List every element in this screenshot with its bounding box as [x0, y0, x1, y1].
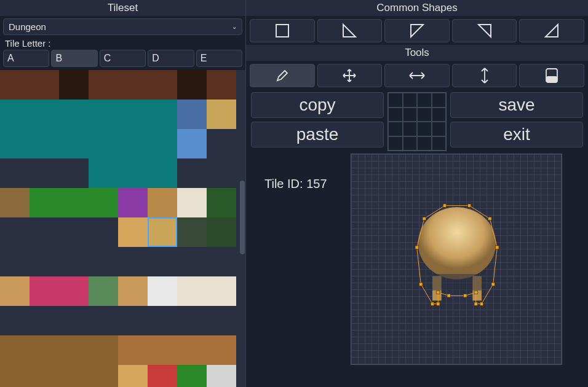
- palette-tile[interactable]: [59, 158, 89, 188]
- save-button[interactable]: save: [450, 92, 583, 118]
- palette-tile[interactable]: [89, 100, 118, 129]
- palette-tile[interactable]: [89, 276, 118, 306]
- palette-tile[interactable]: [0, 247, 30, 276]
- copy-button[interactable]: copy: [251, 92, 384, 118]
- tool-flip-h[interactable]: [384, 64, 450, 87]
- mini-grid-preview[interactable]: [387, 92, 447, 151]
- palette-tile[interactable]: [148, 365, 177, 387]
- polygon-handle[interactable]: [467, 204, 471, 207]
- palette-tile[interactable]: [59, 129, 89, 158]
- palette-tile[interactable]: [0, 306, 30, 335]
- palette-tile[interactable]: [0, 129, 30, 158]
- polygon-handle[interactable]: [496, 246, 499, 249]
- palette-tile[interactable]: [177, 335, 207, 365]
- palette-tile[interactable]: [59, 365, 89, 387]
- letter-btn-d[interactable]: D: [148, 50, 194, 67]
- polygon-handle[interactable]: [464, 294, 467, 297]
- palette-tile[interactable]: [30, 306, 59, 335]
- palette-tile[interactable]: [30, 276, 59, 306]
- palette-tile[interactable]: [207, 70, 236, 100]
- palette-tile[interactable]: [177, 217, 207, 247]
- palette-scrollbar[interactable]: [239, 70, 245, 387]
- palette-tile[interactable]: [59, 247, 89, 276]
- palette-tile[interactable]: [118, 335, 148, 365]
- palette-tile[interactable]: [207, 158, 236, 188]
- polygon-handle[interactable]: [415, 246, 418, 249]
- palette-tile[interactable]: [148, 247, 177, 276]
- palette-tile[interactable]: [148, 188, 177, 217]
- palette-tile[interactable]: [118, 100, 148, 129]
- letter-btn-b[interactable]: B: [51, 50, 97, 67]
- polygon-handle[interactable]: [474, 291, 477, 294]
- tile-palette[interactable]: [0, 70, 245, 387]
- palette-tile[interactable]: [207, 100, 236, 129]
- palette-tile[interactable]: [59, 276, 89, 306]
- palette-tile[interactable]: [59, 70, 89, 100]
- palette-tile[interactable]: [177, 247, 207, 276]
- palette-tile[interactable]: [89, 217, 118, 247]
- palette-tile[interactable]: [148, 158, 177, 188]
- palette-tile[interactable]: [0, 217, 30, 247]
- shape-triangle-tl[interactable]: [384, 19, 450, 42]
- palette-tile[interactable]: [148, 100, 177, 129]
- paste-button[interactable]: paste: [251, 122, 384, 147]
- palette-tile[interactable]: [30, 100, 59, 129]
- palette-tile[interactable]: [207, 306, 236, 335]
- palette-tile[interactable]: [177, 276, 207, 306]
- palette-tile[interactable]: [59, 306, 89, 335]
- palette-tile[interactable]: [89, 129, 118, 158]
- letter-btn-c[interactable]: C: [100, 50, 146, 67]
- palette-tile[interactable]: [207, 188, 236, 217]
- palette-tile[interactable]: [89, 158, 118, 188]
- palette-tile[interactable]: [118, 158, 148, 188]
- letter-btn-e[interactable]: E: [196, 50, 242, 67]
- palette-tile[interactable]: [30, 129, 59, 158]
- palette-tile[interactable]: [0, 100, 30, 129]
- palette-tile[interactable]: [148, 276, 177, 306]
- polygon-handle[interactable]: [437, 302, 440, 305]
- polygon-handle[interactable]: [437, 291, 440, 294]
- palette-tile[interactable]: [118, 70, 148, 100]
- palette-tile[interactable]: [207, 129, 236, 158]
- palette-tile[interactable]: [89, 70, 118, 100]
- shape-triangle-br[interactable]: [519, 19, 584, 42]
- palette-tile[interactable]: [148, 129, 177, 158]
- palette-tile[interactable]: [30, 188, 59, 217]
- palette-tile[interactable]: [89, 247, 118, 276]
- collision-canvas[interactable]: [351, 154, 562, 365]
- polygon-handle[interactable]: [443, 204, 446, 207]
- tool-flip-v[interactable]: [452, 64, 517, 87]
- polygon-handle[interactable]: [447, 294, 450, 297]
- palette-tile[interactable]: [148, 306, 177, 335]
- polygon-handle[interactable]: [488, 217, 491, 220]
- scrollbar-thumb[interactable]: [240, 181, 245, 254]
- palette-tile[interactable]: [118, 188, 148, 217]
- palette-tile[interactable]: [89, 306, 118, 335]
- tool-half[interactable]: [519, 64, 584, 87]
- palette-tile[interactable]: [207, 335, 236, 365]
- polygon-handle[interactable]: [474, 302, 477, 305]
- palette-tile[interactable]: [177, 100, 207, 129]
- palette-tile[interactable]: [118, 247, 148, 276]
- palette-tile[interactable]: [118, 129, 148, 158]
- palette-tile[interactable]: [177, 365, 207, 387]
- tool-move[interactable]: [317, 64, 383, 87]
- shape-square[interactable]: [250, 19, 315, 42]
- palette-tile[interactable]: [59, 217, 89, 247]
- palette-tile[interactable]: [30, 365, 59, 387]
- palette-tile[interactable]: [0, 188, 30, 217]
- palette-tile[interactable]: [207, 365, 236, 387]
- palette-tile[interactable]: [148, 335, 177, 365]
- palette-tile[interactable]: [59, 100, 89, 129]
- shape-triangle-bl[interactable]: [317, 19, 383, 42]
- palette-tile[interactable]: [30, 158, 59, 188]
- shape-triangle-tr[interactable]: [452, 19, 517, 42]
- palette-tile[interactable]: [177, 129, 207, 158]
- polygon-handle[interactable]: [431, 302, 434, 305]
- palette-tile[interactable]: [0, 158, 30, 188]
- palette-tile[interactable]: [30, 70, 59, 100]
- letter-btn-a[interactable]: A: [3, 50, 49, 67]
- palette-tile[interactable]: [207, 276, 236, 306]
- palette-tile[interactable]: [30, 217, 59, 247]
- collision-shape[interactable]: [395, 185, 518, 326]
